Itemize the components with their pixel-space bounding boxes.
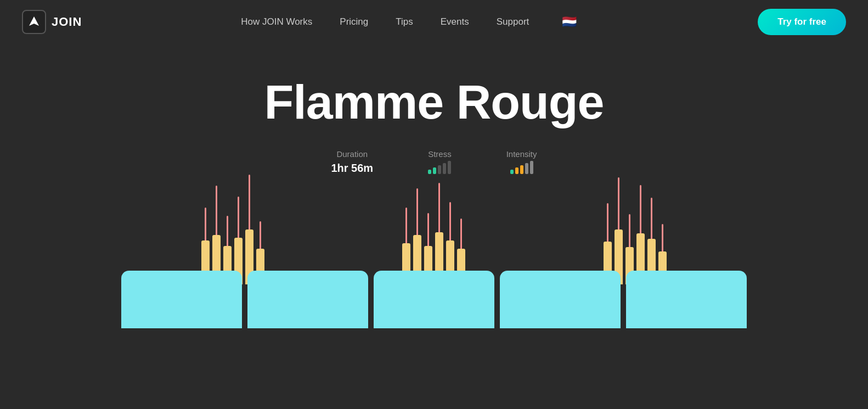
- intensity-bar-2: [515, 167, 518, 174]
- intensity-bar-3: [520, 165, 523, 174]
- bar-3-4: [636, 185, 645, 284]
- hero-section: Flamme Rouge Duration 1hr 56m Stress Int…: [0, 44, 868, 328]
- stress-bar-5: [448, 161, 451, 174]
- bar-group-2: [402, 175, 465, 284]
- stress-label: Stress: [428, 149, 452, 159]
- stress-bar-3: [438, 165, 441, 174]
- bar-group-1: [201, 175, 264, 284]
- nav-how-join-works[interactable]: How JOIN Works: [241, 16, 312, 27]
- stress-bars: [428, 162, 451, 174]
- logo-icon: [22, 10, 46, 34]
- blue-segment-4: [500, 271, 621, 328]
- stats-row: Duration 1hr 56m Stress Intensity: [331, 149, 537, 175]
- blue-segment-1: [121, 271, 242, 328]
- duration-value: 1hr 56m: [331, 162, 373, 175]
- brand-name: JOIN: [52, 15, 82, 29]
- bar-2-2: [413, 188, 421, 284]
- stress-bar-2: [433, 167, 436, 174]
- intensity-bars: [510, 162, 533, 174]
- try-for-free-button[interactable]: Try for free: [758, 9, 846, 35]
- bar-1-5: [245, 175, 253, 284]
- bar-3-2: [615, 177, 623, 284]
- navbar: JOIN How JOIN Works Pricing Tips Events …: [0, 0, 868, 44]
- nav-events[interactable]: Events: [441, 16, 469, 27]
- stress-bar-4: [443, 163, 446, 174]
- hero-title: Flamme Rouge: [264, 77, 604, 127]
- chart-section: [116, 208, 752, 328]
- nav-tips[interactable]: Tips: [396, 16, 413, 27]
- intensity-bar-5: [530, 161, 533, 174]
- language-flag[interactable]: 🇳🇱: [562, 15, 577, 29]
- blue-segment-3: [374, 271, 494, 328]
- bar-1-2: [212, 186, 221, 284]
- intensity-bar-4: [525, 163, 528, 174]
- duration-label: Duration: [336, 149, 368, 159]
- nav-pricing[interactable]: Pricing: [340, 16, 368, 27]
- blue-segment-5: [626, 271, 747, 328]
- intensity-label: Intensity: [506, 149, 537, 159]
- stat-stress: Stress: [428, 149, 452, 174]
- blue-segment-2: [247, 271, 368, 328]
- intensity-bar-1: [510, 170, 514, 174]
- bars-layer: [132, 175, 736, 284]
- stress-bar-1: [428, 170, 431, 174]
- bar-2-4: [435, 183, 443, 284]
- stat-duration: Duration 1hr 56m: [331, 149, 373, 175]
- blue-base: [121, 271, 747, 328]
- bar-group-3: [604, 175, 667, 284]
- stat-intensity: Intensity: [506, 149, 537, 174]
- nav-support[interactable]: Support: [497, 16, 529, 27]
- nav-links: How JOIN Works Pricing Tips Events Suppo…: [241, 15, 577, 29]
- logo-link[interactable]: JOIN: [22, 10, 82, 34]
